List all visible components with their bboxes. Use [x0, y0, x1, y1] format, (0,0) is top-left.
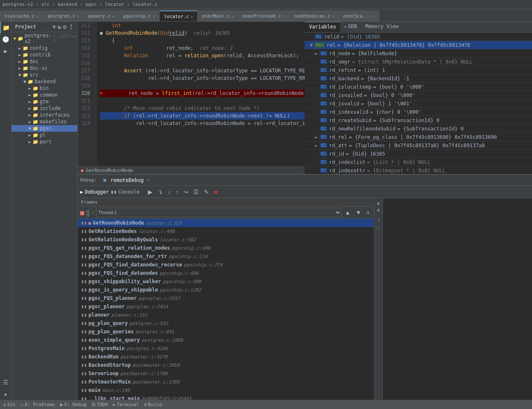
frame-item-query-shippable[interactable]: ▮▮ pgxc_is_query_shippable pgxcship.c:12… [78, 286, 374, 294]
run-to-cursor-btn[interactable]: ↪ [182, 188, 190, 196]
tab-pgxcship-c[interactable]: pgxcship.c✕ [119, 10, 160, 21]
resume-btn[interactable]: ▶ [146, 188, 154, 196]
frame-item-planner[interactable]: ▮▮ planner planner.c:151 [78, 311, 374, 319]
tab-close-icon[interactable]: ✕ [231, 14, 234, 18]
tree-item-makefiles[interactable]: ► 📁 makefiles [12, 118, 77, 125]
tab-close-icon[interactable]: ✕ [77, 14, 79, 18]
tab-close-icon[interactable]: ✕ [372, 14, 375, 18]
pause-thread-btn[interactable]: ‖ [86, 209, 90, 217]
evaluate-btn[interactable]: ✎ [202, 188, 211, 196]
tab-execMain-c[interactable]: execMain.c✕ [198, 10, 238, 21]
tab-nodeSeqscan-c[interactable]: nodeSeqscan.c✕ [290, 10, 339, 21]
frame-item-pgxcfqs-find-recurse[interactable]: ▮▮ pgxc_FQS_find_datanodes_recurse pgxcs… [78, 261, 374, 269]
tab-variables[interactable]: Variables [305, 22, 340, 32]
tree-root[interactable]: ▼ 📁 postgres-x2 F:\2021\postgres-X [12, 32, 77, 45]
status-todo[interactable]: ☰ TODO [92, 402, 108, 407]
frame-item-getrelationnodesbyquals[interactable]: ▮▮ GetRelationNodesByQuals locator.c:582 [78, 235, 374, 244]
tab-close-icon[interactable]: ✕ [153, 14, 155, 18]
tree-item-common[interactable]: ► 📁 common [12, 92, 77, 98]
var-row-rel[interactable]: ▼ Rel rel = {Relation | 0x7f45c8913478} … [305, 41, 532, 49]
tab-postgres-c[interactable]: postgres.c✕ [43, 10, 84, 21]
frames-btn[interactable]: ☰ [192, 188, 201, 196]
tree-item-gtm[interactable]: ► 📁 gtm [12, 98, 77, 105]
close-debug-session[interactable]: ✕ [147, 177, 150, 183]
var-row-rd-backend: 01 rd_backend = {BackendId} -1 [305, 74, 532, 83]
step-out-btn[interactable]: ↑ [174, 188, 180, 196]
frame-item-pgxcfqs-find[interactable]: ▮▮ pgxc_FQS_find_datanodes pgxcship.c:40… [78, 269, 374, 277]
tree-item-backend[interactable]: ▼ 📁 backend [12, 78, 77, 85]
step-over-btn[interactable]: ↴ [156, 188, 164, 196]
tab-console[interactable]: ▮▮ Console [111, 189, 140, 195]
status-git[interactable]: ⚓ Git [3, 402, 16, 407]
frame-item-libc-start[interactable]: ▮▮ __libc_start_main 0x00007f45c7cd9493 [78, 394, 374, 400]
frame-item-pg-plan-queries[interactable]: ▮▮ pg_plan_queries postgres.c:891 [78, 327, 374, 336]
frame-item-pgxcfqs-datanodes-rtr[interactable]: ▮▮ pgxc_FQS_datanodes_for_rtr pgxcship.c… [78, 252, 374, 261]
favorites-icon[interactable]: ★ [0, 388, 12, 400]
frame-item-pg-plan-query[interactable]: ▮▮ pg_plan_query postgres.c:832 [78, 319, 374, 327]
thread-down-btn[interactable]: ▼ [354, 208, 363, 217]
frame-item-pgxc-planner[interactable]: ▮▮ pgxc_planner pgxcplan.c:2414 [78, 302, 374, 311]
tree-item-pl[interactable]: ► 📁 pl [12, 132, 77, 138]
status-problems[interactable]: ⚠ 6: Problems [21, 402, 55, 407]
status-build[interactable]: ⚙ Build [144, 402, 162, 407]
code-body[interactable]: int ● GetRoundRobinNode(Oid relid) relid… [97, 22, 305, 166]
sidebar-more-icon[interactable]: ⋮ [68, 23, 74, 30]
tree-item-doc-xc[interactable]: ► 📁 doc-xc [12, 65, 77, 72]
tree-item-doc[interactable]: ► 📁 doc [12, 58, 77, 65]
frame-item-main[interactable]: ▮▮ main main.c:196 [78, 386, 374, 394]
add-thread-btn[interactable]: + [365, 208, 372, 217]
tree-item-contrib[interactable]: ► 📁 contrib [12, 51, 77, 58]
project-icon[interactable]: 📁 [0, 22, 12, 33]
tab-debugger[interactable]: ▶ Debugger [80, 189, 109, 195]
frame-item-postmastermain[interactable]: ▮▮ PostmasterMain postmaster.c:1368 [78, 378, 374, 386]
commit-icon[interactable]: 🕐 [0, 33, 12, 45]
tree-item-pgxc[interactable]: ▼ 📁 pgxc [12, 125, 77, 132]
tab-close-icon[interactable]: ✕ [332, 14, 334, 18]
tree-item-config[interactable]: ► 📁 config [12, 45, 77, 51]
stop-thread-btn[interactable]: ■ [80, 209, 84, 217]
frame-item-pgxcfqs-get[interactable]: ▮▮ pgxc_FQS_get_relation_nodes pgxcship.… [78, 244, 374, 252]
structure-icon[interactable]: ☰ [0, 376, 12, 388]
frame-item-getrelationnodes[interactable]: ▮▮ GetRelationNodes locator.c:498 [78, 227, 374, 235]
frame-item-backendstartup[interactable]: ▮▮ BackendStartup postmaster.c:3959 [78, 361, 374, 369]
debug-session-tab[interactable]: remoteDebug [110, 177, 143, 183]
pull-requests-icon[interactable]: ▶ [0, 45, 12, 57]
frame-item-postgresmain[interactable]: ▮▮ PostgresMain postgres.c:4246 [78, 344, 374, 353]
frame-item-backendrun[interactable]: ▮▮ BackendRun postmaster.c:4270 [78, 353, 374, 361]
status-terminal[interactable]: ► Terminal [113, 402, 139, 407]
tab-close-icon[interactable]: ✕ [36, 14, 39, 18]
frame-item-shippability-walker[interactable]: ▮▮ pgxc_shippability_walker pgxcship.c:9… [78, 277, 374, 286]
frame-item-getroundrobinnode[interactable]: ▮▮ ■ GetRoundRobinNode locator.c:323 [78, 219, 374, 227]
tree-item-bin[interactable]: ► 📁 bin [12, 85, 77, 92]
sidebar-gear-icon[interactable]: ⚙ [63, 23, 66, 30]
status-debug[interactable]: ▶ 5: Debug [60, 402, 87, 407]
tab-close-icon[interactable]: ✕ [112, 14, 115, 18]
frame-item-serverloop[interactable]: ▮▮ ServerLoop postmaster.c:1709 [78, 369, 374, 378]
frame-item-pgxcfqs-planner[interactable]: ▮▮ pgxc_FQS_planner pgxcplan.c:2557 [78, 294, 374, 302]
tab-gdb[interactable]: ►GDB [340, 22, 361, 32]
frame-item-exec-simple-query[interactable]: ▮▮ exec_simple_query postgres.c:1068 [78, 336, 374, 344]
sidebar-sync-icon[interactable]: ↻ [58, 23, 61, 30]
thread-up-btn[interactable]: ▲ [343, 208, 352, 217]
tree-item-port[interactable]: ► 📁 port [12, 138, 77, 145]
tab-close-icon[interactable]: ✕ [191, 14, 193, 19]
tab-execSca---[interactable]: execSca...✕ [339, 10, 379, 21]
step-into-btn[interactable]: ↓ [166, 188, 172, 196]
sidebar-add-icon[interactable]: + [53, 23, 56, 30]
function-label: GetRoundRobinNode [86, 168, 133, 173]
scroll-down-btn[interactable]: ▼ [377, 207, 380, 213]
scroll-up-btn[interactable]: ▲ [377, 200, 380, 206]
tree-item-include[interactable]: ► 📁 include [12, 105, 77, 112]
thread-select[interactable]: Thread-1 [96, 208, 341, 217]
view-btn[interactable]: ☐ [377, 224, 380, 230]
tab-locator-c[interactable]: locator.c✕ [160, 10, 198, 21]
tab-execProcnode-c[interactable]: execProcnode.c✕ [238, 10, 290, 21]
tab-pquery-c[interactable]: pquery.c✕ [84, 10, 119, 21]
copy-btn[interactable]: ▯ [377, 217, 380, 222]
tree-item-interfaces[interactable]: ► 📁 interfaces [12, 112, 77, 118]
tab-close-icon[interactable]: ✕ [283, 14, 285, 18]
tab-lsyscache-c[interactable]: lsyscache.c✕ [0, 10, 43, 21]
tab-memory-view[interactable]: Memory View [361, 22, 402, 32]
tree-item-src[interactable]: ▼ 📁 src [12, 72, 77, 78]
stop-btn[interactable]: ■ [212, 188, 219, 196]
